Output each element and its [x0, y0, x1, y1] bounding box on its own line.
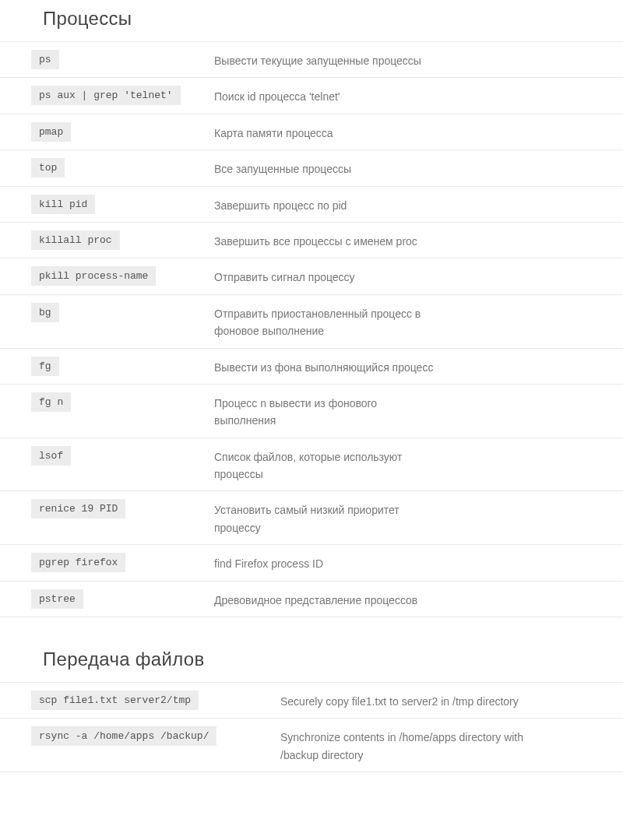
description-cell: Synchronize contents in /home/apps direc…	[280, 726, 623, 764]
table-row: pmapКарта памяти процесса	[0, 114, 623, 149]
description-cell: Securely copy file1.txt to server2 in /t…	[280, 691, 623, 710]
description-cell: Вывести текущие запущенные процессы	[214, 50, 623, 69]
command-code: top	[31, 158, 65, 177]
command-cell: pgrep firefox	[31, 553, 214, 572]
table-row: top Все запущенные процессы	[0, 149, 623, 185]
table-row: kill pidЗавершить процесс по pid	[0, 186, 623, 222]
description-cell: Отправить сигнал процессу	[214, 266, 623, 286]
description-cell: Отправить приостановленный процесс в фон…	[214, 303, 623, 340]
description-cell: Все запущенные процессы	[214, 158, 623, 177]
command-code: ps	[31, 50, 59, 69]
section: Передача файловscp file1.txt server2/tmp…	[0, 641, 623, 772]
command-cell: ps aux | grep 'telnet'	[31, 86, 214, 105]
command-code: renice 19 PID	[31, 499, 125, 518]
command-code: ps aux | grep 'telnet'	[31, 86, 181, 105]
table-row: fgВывести из фона выполняющийся процесс	[0, 348, 623, 384]
table-row: bgОтправить приостановленный процесс в ф…	[0, 294, 623, 348]
description-cell: Завершить все процессы с именем proc	[214, 230, 623, 250]
table-row: psВывести текущие запущенные процессы	[0, 41, 623, 77]
command-code: pmap	[31, 122, 71, 142]
command-cell: killall proc	[31, 230, 214, 250]
command-code: lsof	[31, 446, 71, 466]
description-cell: find Firefox process ID	[214, 553, 623, 572]
command-cell: kill pid	[31, 195, 214, 214]
command-table: psВывести текущие запущенные процессыps …	[0, 41, 623, 617]
description-cell: Поиск id процесса 'telnet'	[214, 86, 623, 105]
command-cell: rsync -a /home/apps /backup/	[31, 726, 280, 746]
command-code: fg n	[31, 392, 71, 412]
command-cell: pkill process-name	[31, 266, 214, 286]
description-cell: Установить самый низкий приоритет процес…	[214, 499, 623, 536]
command-code: fg	[31, 357, 59, 376]
description-cell: Завершить процесс по pid	[214, 195, 623, 214]
command-cell: top	[31, 158, 214, 177]
command-cell: pmap	[31, 122, 214, 142]
command-cell: pstree	[31, 589, 214, 609]
command-cell: ps	[31, 50, 214, 69]
section-title: Передача файлов	[0, 641, 623, 682]
table-row: pgrep firefoxfind Firefox process ID	[0, 544, 623, 580]
description-cell: Карта памяти процесса	[214, 122, 623, 142]
command-cell: bg	[31, 303, 214, 322]
table-row: lsofСписок файлов, которые используют пр…	[0, 438, 623, 491]
table-row: fg nПроцесс n вывести из фонового выполн…	[0, 384, 623, 438]
description-cell: Древовидное представление процессов	[214, 589, 623, 609]
command-code: killall proc	[31, 230, 120, 250]
description-cell: Вывести из фона выполняющийся процесс	[214, 357, 623, 376]
command-code: rsync -a /home/apps /backup/	[31, 726, 216, 746]
command-cell: scp file1.txt server2/tmp	[31, 691, 280, 710]
table-row: pstreeДревовидное представление процессо…	[0, 581, 623, 617]
command-cell: fg n	[31, 392, 214, 412]
section: ПроцессыpsВывести текущие запущенные про…	[0, 0, 623, 617]
command-cell: lsof	[31, 446, 214, 466]
command-table: scp file1.txt server2/tmpSecurely copy f…	[0, 682, 623, 772]
command-code: scp file1.txt server2/tmp	[31, 691, 199, 710]
command-code: pgrep firefox	[31, 553, 125, 572]
table-row: killall procЗавершить все процессы с име…	[0, 222, 623, 258]
command-code: kill pid	[31, 195, 95, 214]
command-cell: renice 19 PID	[31, 499, 214, 518]
command-cell: fg	[31, 357, 214, 376]
table-row: rsync -a /home/apps /backup/Synchronize …	[0, 718, 623, 772]
command-code: bg	[31, 303, 59, 322]
table-row: pkill process-nameОтправить сигнал проце…	[0, 258, 623, 293]
section-title: Процессы	[0, 0, 623, 41]
description-cell: Список файлов, которые используют процес…	[214, 446, 623, 483]
table-row: scp file1.txt server2/tmpSecurely copy f…	[0, 682, 623, 718]
command-code: pkill process-name	[31, 266, 156, 286]
table-row: renice 19 PIDУстановить самый низкий при…	[0, 490, 623, 544]
description-cell: Процесс n вывести из фонового выполнения	[214, 392, 623, 430]
table-row: ps aux | grep 'telnet'Поиск id процесса …	[0, 77, 623, 113]
command-code: pstree	[31, 589, 83, 609]
